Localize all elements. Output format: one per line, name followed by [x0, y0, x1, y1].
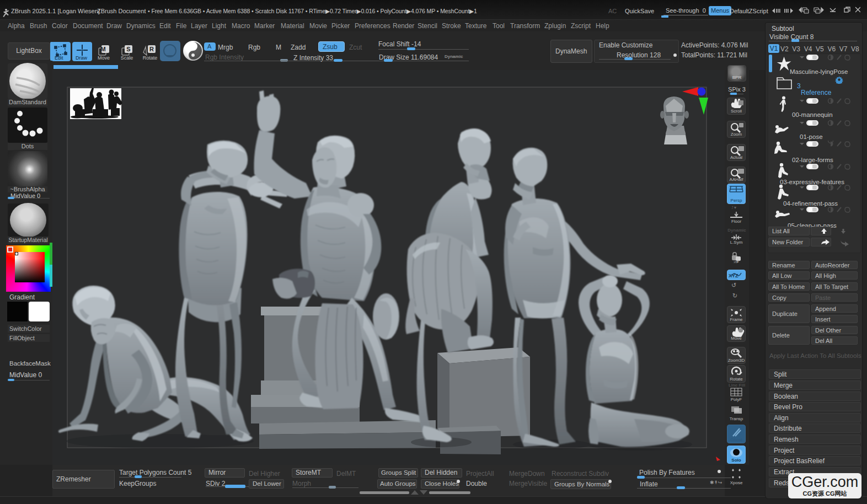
svg-text:Edit: Edit [55, 55, 63, 61]
svg-text:S: S [126, 46, 130, 52]
svg-text:Rotate: Rotate [143, 55, 158, 60]
svg-text:Draw: Draw [76, 55, 88, 61]
svg-text:Move: Move [98, 55, 110, 60]
svg-text:Scale: Scale [121, 55, 133, 60]
svg-text:M: M [100, 46, 105, 52]
svg-text:R: R [149, 46, 154, 52]
